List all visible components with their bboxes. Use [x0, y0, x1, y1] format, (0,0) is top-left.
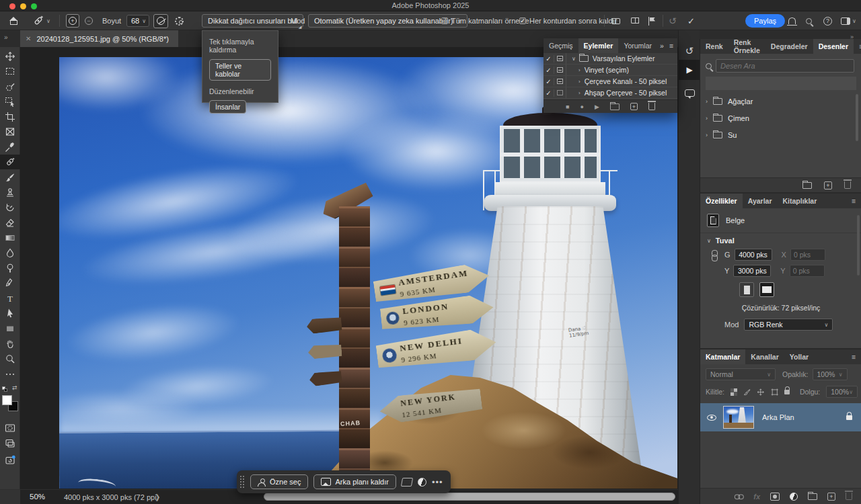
tab-layers[interactable]: Katmanlar [700, 349, 745, 364]
search-button[interactable] [806, 11, 812, 30]
lock-transparency-icon[interactable] [731, 388, 737, 396]
width-input[interactable]: 4000 pks [735, 249, 772, 261]
layer-thumbnail[interactable] [723, 406, 754, 429]
marquee-tool[interactable] [0, 64, 20, 79]
tab-gradients[interactable]: Degradeler [765, 39, 813, 54]
gradient-tool[interactable] [0, 230, 20, 245]
tab-libraries[interactable]: Kitaplıklar [778, 194, 823, 208]
transform-icon[interactable] [401, 478, 413, 487]
quick-selection-tool[interactable] [0, 79, 20, 94]
spot-healing-brush-tool[interactable] [0, 155, 20, 169]
tab-patterns[interactable]: Desenler [813, 39, 854, 54]
frame-tool[interactable] [0, 124, 20, 139]
feedback-negative-button[interactable] [630, 11, 639, 30]
canvas-section-header[interactable]: ∨ Tuval [707, 237, 735, 245]
chevron-right-icon[interactable]: › [578, 79, 581, 85]
scrollbar[interactable] [856, 94, 858, 141]
toggle-item-check[interactable]: ✓ [544, 89, 554, 97]
foreground-background-swatches[interactable] [2, 395, 20, 413]
link-dimensions-icon[interactable] [711, 250, 718, 261]
close-tab-icon[interactable]: ✕ [26, 35, 31, 42]
dodge-tool[interactable] [0, 261, 20, 276]
opacity-input[interactable]: 100%∨ [813, 368, 848, 380]
layer-row-background[interactable]: Arka Plan [700, 403, 861, 431]
people-button[interactable]: İnsanlar [209, 100, 246, 114]
zoom-tool[interactable] [0, 351, 20, 366]
tab-swatches[interactable]: Renk Örnekle [728, 39, 765, 54]
commit-button[interactable]: ✓ [687, 11, 695, 30]
add-mask-icon[interactable] [770, 493, 780, 501]
new-group-icon[interactable] [808, 493, 817, 500]
clone-stamp-tool[interactable] [0, 185, 20, 200]
action-row[interactable]: ✓ ∨ Varsayılan Eylemler [544, 53, 677, 65]
actions-panel-icon[interactable]: ▶ [679, 60, 700, 80]
home-button[interactable] [9, 11, 18, 30]
remove-after-stroke-checkbox[interactable]: ✓ Her konturdan sonra kaldır [519, 11, 617, 30]
tab-properties[interactable]: Özellikler [700, 194, 743, 208]
path-selection-tool[interactable] [0, 306, 20, 321]
subtract-from-selection-button[interactable]: − [85, 11, 93, 30]
share-button[interactable]: Paylaş [745, 11, 785, 30]
dialog-toggle[interactable] [554, 53, 566, 64]
hand-tool[interactable] [0, 336, 20, 351]
color-mode-dropdown[interactable]: RGB Renk∨ [744, 319, 833, 331]
layer-lock-icon[interactable] [846, 415, 852, 420]
dialog-toggle[interactable] [554, 65, 566, 75]
status-expand-icon[interactable]: ❯ [155, 493, 160, 501]
new-set-icon[interactable] [610, 103, 620, 110]
tool-preset[interactable]: ∨ [32, 11, 50, 30]
workspace-button[interactable]: ∨ [841, 11, 856, 30]
history-panel-icon[interactable]: ↺ [679, 42, 700, 60]
blend-mode-dropdown[interactable]: Normal∨ [706, 368, 776, 380]
tab-comments[interactable]: Yorumlar [618, 38, 657, 53]
delete-icon[interactable] [844, 181, 851, 189]
more-options-icon[interactable]: ••• [432, 477, 443, 487]
drag-handle[interactable] [239, 475, 245, 489]
lock-position-icon[interactable] [757, 388, 764, 396]
dialog-toggle[interactable] [554, 87, 566, 98]
screen-mode-button[interactable] [0, 436, 20, 451]
action-row[interactable]: ✓ › Vinyet (seçim) [544, 65, 677, 76]
add-to-selection-button[interactable]: + [66, 11, 79, 30]
panel-menu-icon[interactable]: ≡ [846, 349, 861, 364]
tab-adjustments[interactable]: Ayarlar [743, 194, 778, 208]
toggle-item-check[interactable]: ✓ [544, 78, 554, 85]
app-update-button[interactable] [0, 453, 20, 468]
notifications-button[interactable] [788, 11, 796, 30]
blur-tool[interactable] [0, 245, 20, 260]
height-input[interactable]: 3000 pks [733, 265, 771, 277]
move-tool[interactable] [0, 49, 20, 64]
comments-panel-icon[interactable] [679, 84, 700, 101]
expand-options-icon[interactable]: » [4, 34, 8, 41]
chevron-right-icon[interactable]: › [578, 67, 581, 73]
delete-icon[interactable] [648, 103, 655, 110]
folder-row-trees[interactable]: › Ağaçlar [700, 93, 861, 110]
wires-cables-button[interactable]: Teller ve kablolar [209, 59, 271, 81]
lock-artboard-icon[interactable] [771, 388, 778, 396]
type-tool[interactable]: T [0, 291, 20, 306]
zoom-level[interactable]: 50% [30, 493, 45, 501]
delete-layer-icon[interactable] [846, 493, 852, 500]
x-input[interactable]: 0 pks [790, 249, 825, 261]
sample-all-layers-checkbox[interactable]: Tüm katmanları örnekle [441, 11, 529, 30]
new-pattern-icon[interactable]: + [824, 181, 832, 190]
feedback-positive-button[interactable] [612, 11, 621, 30]
tab-actions[interactable]: Eylemler [578, 38, 619, 53]
quick-mask-button[interactable] [0, 421, 20, 435]
horizontal-scrollbar[interactable] [264, 493, 675, 501]
tab-channels[interactable]: Kanallar [745, 349, 784, 364]
panel-menu-icon[interactable]: ≡ [667, 38, 677, 53]
tool-settings-button[interactable] [175, 11, 184, 30]
object-selection-tool[interactable] [0, 94, 20, 109]
canvas-area[interactable]: Dana ♡11/9/pm [20, 47, 678, 489]
lock-all-icon[interactable] [784, 390, 790, 394]
adjustment-layer-icon[interactable] [790, 493, 798, 501]
brush-size-input[interactable]: 68 ∨ [126, 11, 153, 30]
chevron-down-icon[interactable]: ∨ [572, 56, 576, 62]
brush-tool[interactable] [0, 170, 20, 185]
tab-paths[interactable]: Yollar [784, 349, 814, 364]
photo-canvas[interactable]: Dana ♡11/9/pm [59, 57, 677, 489]
report-button[interactable] [648, 11, 656, 30]
adjustments-icon[interactable] [418, 478, 426, 487]
new-action-icon[interactable]: + [630, 103, 638, 110]
